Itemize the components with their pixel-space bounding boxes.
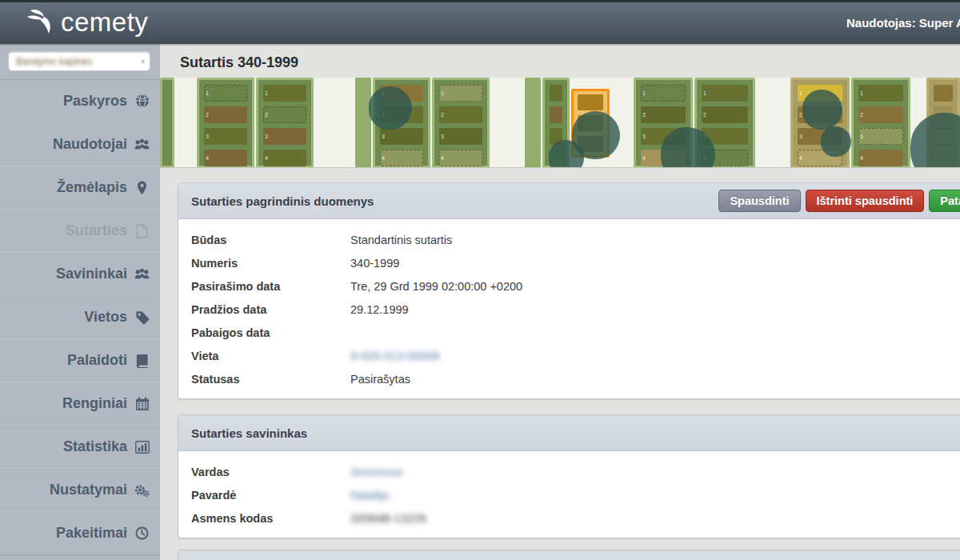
map-grave-number: 3 [206,134,209,139]
map-grave[interactable] [263,150,306,166]
sidebar-item-users-4[interactable]: Savininkai [0,252,160,296]
map-grave[interactable] [641,106,686,123]
sidebar-item-users-1[interactable]: Naudotojai [0,122,160,166]
map-grave[interactable] [550,85,562,102]
sidebar-item-tag-5[interactable]: Vietos [0,295,160,339]
sidebar-item-calendar-7[interactable]: Renginiai [0,382,160,426]
map-plot-column[interactable]: 1234 [432,78,490,168]
map-grave[interactable] [263,128,306,145]
map-grave[interactable] [263,85,306,102]
sidebar-item-bar-chart-8[interactable]: Statistika [0,425,160,469]
map-grave[interactable] [380,128,423,145]
current-user-label: Naudotojas: Super Admin [846,16,960,30]
panel-next-stub-header [178,550,960,560]
sidebar-item-label: Statistika [63,438,127,455]
map-grave[interactable] [858,150,903,166]
map-grave[interactable] [550,106,562,123]
panel-contract-owner-header: Sutarties savininkas [178,415,960,451]
map-plot-column[interactable] [355,78,371,168]
globe-icon [134,94,150,109]
delete-print-button[interactable]: Ištrinti spausdinti [806,190,925,212]
sidebar-item-gears-9[interactable]: Nustatymai [0,468,160,512]
cemetery-map[interactable]: 12341234123412341234123412341234 [160,78,960,168]
map-grave[interactable] [439,106,482,123]
detail-label: Pasirašimo data [191,280,350,293]
page-title: Sutartis 340-1999 [180,54,298,71]
detail-row: Numeris340-1999 [191,251,960,274]
clock-icon [134,526,150,541]
map-grave-number: 1 [206,90,209,96]
map-grave[interactable] [934,85,953,102]
users-icon [134,137,150,152]
panel-contract-main-header: Sutarties pagrindinis duomenys Spausdint… [178,183,960,219]
detail-label: Asmens kodas [191,512,350,525]
map-plot-column[interactable] [525,78,541,168]
map-grave-number: 4 [799,155,802,161]
map-grave-number: 2 [206,112,209,118]
map-grave-number: 4 [265,155,268,161]
sidebar-item-label: Pakeitimai [56,525,127,542]
map-tree [369,86,412,130]
sidebar-item-clock-10[interactable]: Pakeitimai [0,511,160,555]
detail-value[interactable]: 9-005-013-00008 [350,350,439,362]
map-grave-number: 1 [860,90,863,96]
map-grave-number: 4 [382,155,385,161]
detail-label: Vardas [191,466,350,478]
map-grave-number: 3 [799,134,802,139]
map-grave[interactable] [263,106,306,123]
sidebar: Bandymo kapinės ▾ PaskyrosNaudotojaiŽemė… [0,44,160,560]
sidebar-item-book-6[interactable]: Palaidoti [0,338,160,382]
map-grave-number: 2 [441,112,444,118]
sidebar-item-label: Žemėlapis [57,179,127,196]
sidebar-item-label: Savininkai [56,266,127,282]
panel-contract-main: Sutarties pagrindinis duomenys Spausdint… [178,182,960,399]
sidebar-item-label: Palaidoti [67,352,127,369]
map-plot-column[interactable]: 1234 [851,78,910,168]
edit-button[interactable]: Pataisyti [929,190,960,212]
map-grave[interactable] [858,128,903,145]
map-grave[interactable] [858,85,903,102]
detail-row: Pradžios data29.12.1999 [191,298,960,321]
print-button[interactable]: Spausdinti [718,190,800,212]
brand-logo[interactable]: cemety [22,4,148,41]
map-grave[interactable] [439,150,482,166]
map-grave[interactable] [858,106,903,123]
map-grave[interactable] [204,85,247,102]
detail-label: Numeris [191,257,350,270]
map-grave[interactable] [702,85,748,102]
dove-icon [22,4,59,41]
sidebar-item-globe-0[interactable]: Paskyros [0,79,160,123]
map-grave[interactable] [439,85,482,102]
map-grave[interactable] [204,106,247,123]
map-plot-column[interactable]: 1234 [256,78,314,168]
sidebar-item-label: Renginiai [62,395,127,412]
map-plot-column[interactable] [160,78,174,168]
map-tree [821,126,851,157]
detail-value[interactable]: Simonova [350,466,402,478]
sidebar-item-map-pin-2[interactable]: Žemėlapis [0,166,160,210]
detail-value: Standartinis sutartis [350,234,452,246]
detail-label: Pavardė [191,489,350,502]
sidebar-item-file-3[interactable]: Sutarties [0,209,160,253]
map-grave[interactable] [380,150,423,166]
detail-row: Asmens kodas33584B-13226 [191,506,960,530]
panel-buttons: Spausdinti Ištrinti spausdinti Pataisyti [718,190,960,212]
sidebar-item-label: Sutarties [66,222,127,239]
map-grave[interactable] [439,128,482,145]
map-grave[interactable] [641,85,686,102]
detail-label: Būdas [191,234,350,246]
cemetery-select[interactable]: Bandymo kapinės ▾ [8,51,150,71]
map-plot-column[interactable]: 1234 [197,78,254,168]
map-grave-number: 2 [642,112,646,118]
map-grave[interactable] [702,106,748,123]
map-selected-grave[interactable] [578,94,603,110]
panel-contract-main-body: BūdasStandartinis sutartisNumeris340-199… [178,219,960,398]
users-icon [134,266,150,282]
book-icon [134,353,150,368]
main-content: Sutartis 340-1999 1234123412341234123412… [160,44,960,560]
detail-value: Tre, 29 Grd 1999 02:00:00 +0200 [350,280,522,293]
detail-value[interactable]: Natalija [350,489,389,502]
map-grave[interactable] [204,128,247,145]
map-grave[interactable] [204,150,247,166]
tag-icon [134,310,150,325]
